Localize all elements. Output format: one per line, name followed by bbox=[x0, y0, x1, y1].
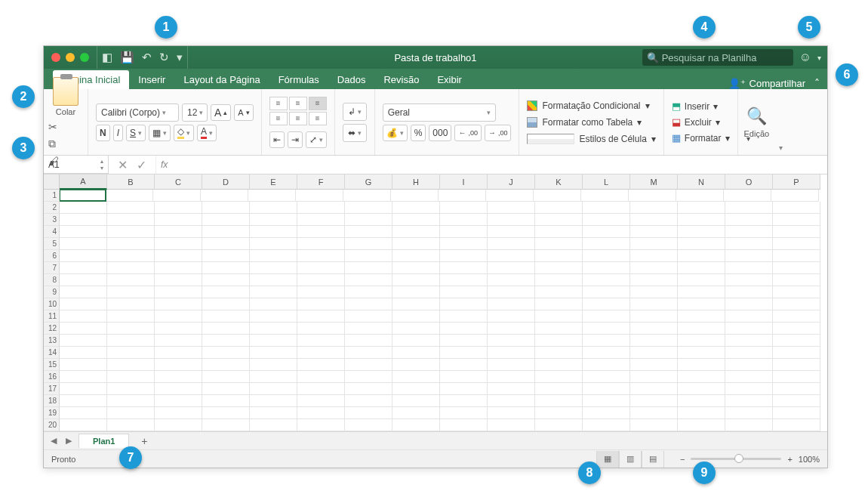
cell[interactable] bbox=[250, 323, 297, 335]
cell[interactable] bbox=[345, 226, 392, 238]
cell[interactable] bbox=[630, 419, 678, 431]
cell[interactable] bbox=[60, 335, 107, 347]
cell[interactable] bbox=[297, 238, 345, 250]
cell[interactable] bbox=[392, 298, 440, 310]
cell[interactable] bbox=[630, 347, 678, 359]
row-header[interactable]: 4 bbox=[44, 226, 60, 238]
row-header[interactable]: 1 bbox=[44, 190, 60, 202]
cell[interactable] bbox=[630, 274, 678, 286]
cell[interactable] bbox=[773, 395, 820, 407]
cell[interactable] bbox=[202, 286, 250, 298]
cell[interactable] bbox=[60, 371, 107, 383]
save-icon[interactable]: 💾 bbox=[120, 51, 134, 64]
cell[interactable] bbox=[440, 407, 488, 419]
cell[interactable] bbox=[155, 371, 202, 383]
col-header[interactable]: L bbox=[583, 174, 630, 190]
cell[interactable] bbox=[535, 214, 583, 226]
cell[interactable] bbox=[297, 202, 345, 214]
cell[interactable] bbox=[535, 286, 583, 298]
cell[interactable] bbox=[107, 383, 155, 395]
cell[interactable] bbox=[773, 310, 820, 323]
col-header[interactable]: A bbox=[60, 174, 107, 190]
cell[interactable] bbox=[202, 226, 250, 238]
cell[interactable] bbox=[440, 202, 488, 214]
cell[interactable] bbox=[345, 250, 392, 262]
cell[interactable] bbox=[535, 226, 583, 238]
cell[interactable] bbox=[678, 335, 725, 347]
sheet-tab[interactable]: Plan1 bbox=[78, 434, 129, 448]
cell[interactable] bbox=[107, 395, 155, 407]
cell[interactable] bbox=[155, 395, 202, 407]
ribbon-options-icon[interactable]: ▾ bbox=[775, 89, 786, 155]
cell[interactable] bbox=[773, 359, 820, 371]
cell[interactable] bbox=[771, 190, 819, 202]
cell[interactable] bbox=[155, 226, 202, 238]
col-header[interactable]: M bbox=[630, 174, 678, 190]
row-header[interactable]: 2 bbox=[44, 202, 60, 214]
cell[interactable] bbox=[583, 214, 630, 226]
add-sheet-button[interactable]: + bbox=[135, 435, 153, 447]
cell[interactable] bbox=[535, 323, 583, 335]
cell[interactable] bbox=[297, 214, 345, 226]
row-header[interactable]: 18 bbox=[44, 395, 60, 407]
cell[interactable] bbox=[345, 419, 392, 431]
tab-review[interactable]: Revisão bbox=[374, 70, 428, 89]
cell[interactable] bbox=[392, 371, 440, 383]
cell[interactable] bbox=[155, 262, 202, 274]
cell[interactable] bbox=[345, 238, 392, 250]
cell[interactable] bbox=[583, 419, 630, 431]
cell[interactable] bbox=[678, 226, 725, 238]
cell[interactable] bbox=[202, 262, 250, 274]
cell[interactable] bbox=[391, 190, 439, 202]
feedback-dropdown-icon[interactable]: ▾ bbox=[817, 54, 821, 62]
col-header[interactable]: O bbox=[725, 174, 773, 190]
cell[interactable] bbox=[155, 274, 202, 286]
cell[interactable] bbox=[392, 286, 440, 298]
cell[interactable] bbox=[535, 238, 583, 250]
cell[interactable] bbox=[107, 202, 155, 214]
cell[interactable] bbox=[440, 250, 488, 262]
cell[interactable] bbox=[678, 383, 725, 395]
cell[interactable] bbox=[440, 323, 488, 335]
cell[interactable] bbox=[250, 286, 297, 298]
cell[interactable] bbox=[297, 262, 345, 274]
enter-formula-icon[interactable]: ✓ bbox=[137, 158, 146, 172]
insert-cells-button[interactable]: ⬒Inserir▾ bbox=[672, 100, 730, 113]
cell[interactable] bbox=[107, 335, 155, 347]
row-header[interactable]: 14 bbox=[44, 347, 60, 359]
cell[interactable] bbox=[773, 226, 820, 238]
col-header[interactable]: N bbox=[678, 174, 725, 190]
cell[interactable] bbox=[202, 250, 250, 262]
cell[interactable] bbox=[535, 419, 583, 431]
cell[interactable] bbox=[250, 298, 297, 310]
cell[interactable] bbox=[250, 419, 297, 431]
cell[interactable] bbox=[678, 323, 725, 335]
cell[interactable] bbox=[488, 383, 535, 395]
col-header[interactable]: H bbox=[392, 174, 440, 190]
cell[interactable] bbox=[535, 250, 583, 262]
cell[interactable] bbox=[630, 395, 678, 407]
cell[interactable] bbox=[392, 323, 440, 335]
cell[interactable] bbox=[60, 359, 107, 371]
cell[interactable] bbox=[583, 250, 630, 262]
cell[interactable] bbox=[630, 359, 678, 371]
cell[interactable] bbox=[488, 371, 535, 383]
cell[interactable] bbox=[439, 190, 486, 202]
italic-button[interactable]: I bbox=[113, 125, 123, 141]
cell[interactable] bbox=[535, 359, 583, 371]
number-format-dropdown[interactable]: Geral▾ bbox=[383, 103, 496, 122]
cell[interactable] bbox=[583, 298, 630, 310]
cell[interactable] bbox=[392, 347, 440, 359]
cell[interactable] bbox=[155, 310, 202, 323]
cell[interactable] bbox=[297, 274, 345, 286]
maximize-window-button[interactable] bbox=[80, 53, 89, 62]
cell[interactable] bbox=[725, 286, 773, 298]
cell[interactable] bbox=[392, 383, 440, 395]
cell[interactable] bbox=[630, 214, 678, 226]
search-input[interactable]: 🔍 Pesquisar na Planilha bbox=[642, 49, 793, 66]
cell[interactable] bbox=[345, 310, 392, 323]
delete-cells-button[interactable]: ⬓Excluir▾ bbox=[672, 116, 730, 128]
cell[interactable] bbox=[773, 262, 820, 274]
cell[interactable] bbox=[678, 274, 725, 286]
cell[interactable] bbox=[583, 347, 630, 359]
